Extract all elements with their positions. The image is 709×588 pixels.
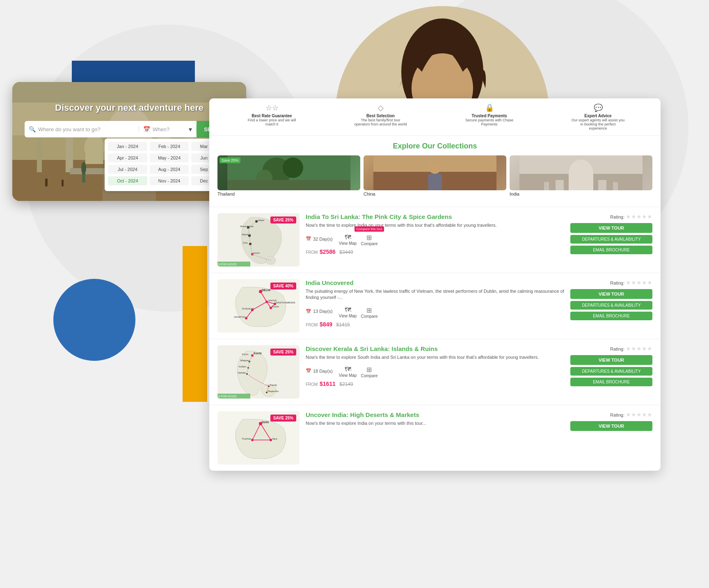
svg-text:Alleppey: Alleppey — [240, 359, 249, 362]
svg-text:Agra: Agra — [272, 438, 277, 440]
departures-btn-3[interactable]: DEPARTURES & AVAILABILITY — [570, 367, 652, 376]
email-btn-3[interactable]: EMAIL BROCHURE — [570, 378, 652, 386]
advice-icon: 💬 — [594, 103, 603, 112]
collections-title: Explore Our Collections — [217, 142, 652, 150]
stars-4: ★★★★★ — [626, 411, 652, 418]
compare-icon-2: ⊞ — [366, 306, 372, 314]
price-current-2: $849 — [320, 321, 332, 328]
search-when-placeholder: When? — [153, 126, 169, 132]
date-apr-2024[interactable]: Apr - 2024 — [108, 153, 147, 162]
svg-text:Kandy: Kandy — [270, 384, 277, 386]
svg-rect-42 — [227, 180, 350, 190]
tour-listing-4: SAVE 25% Delhi Pushkar Agra Uncover Indi… — [209, 405, 661, 471]
svg-text:RANTHAMBORE: RANTHAMBORE — [276, 301, 295, 304]
tour-price-1: FROM $2586 $3449 — [306, 248, 564, 255]
price-old-2: $1415 — [336, 322, 350, 328]
svg-text:DELHI: DELHI — [262, 289, 270, 292]
view-map-label-3: View Map — [339, 373, 357, 378]
view-map-compare-1: 🗺 View Map ⊞ Compare Compare this tour — [339, 234, 378, 246]
search-icon: 🔍 — [29, 126, 36, 132]
trust-rate-title: Best Rate Guarantee — [252, 114, 292, 118]
date-aug-2024[interactable]: Aug - 2024 — [150, 165, 189, 174]
view-tour-btn-2[interactable]: VIEW TOUR — [570, 289, 652, 299]
date-jul-2024[interactable]: Jul - 2024 — [108, 165, 147, 174]
date-may-2024[interactable]: May - 2024 — [150, 153, 189, 162]
compare-btn-2[interactable]: ⊞ Compare — [361, 306, 377, 319]
search-when-field[interactable]: 📅 When? ▾ — [139, 125, 197, 133]
svg-point-45 — [429, 162, 441, 174]
svg-rect-53 — [544, 182, 549, 190]
compare-icon-3: ⊞ — [366, 366, 372, 374]
tour-title-3: Discover Kerala & Sri Lanka: Islands & R… — [306, 345, 564, 352]
view-map-btn-3[interactable]: 🗺 View Map — [339, 366, 357, 378]
trust-bar: ☆☆ Best Rate Guarantee Find a lower pric… — [209, 98, 661, 136]
map-icon-3: 🗺 — [345, 366, 351, 373]
trust-payments-title: Trusted Payments — [471, 114, 507, 118]
tour-desc-4: Now's the time to explore India on your … — [306, 420, 564, 426]
tour-map-1: SAVE 25% Jaipur Ahmedabad Mumbai Goa Koc… — [217, 213, 300, 267]
view-map-compare-2: 🗺 View Map ⊞ Compare — [339, 306, 378, 319]
tour-info-2: India Uncovered The pulsating energy of … — [300, 279, 570, 328]
tour-map-3: SAVE 25% Kochi Alleppey Kollam Varkala K… — [217, 345, 300, 399]
price-old-3: $2149 — [339, 381, 353, 387]
lock-icon: 🔒 — [485, 103, 494, 112]
collection-china[interactable]: China — [364, 155, 506, 201]
tour-rating-4: Rating: ★★★★★ VIEW TOUR — [570, 411, 652, 431]
trust-selection-title: Best Selection — [366, 114, 395, 118]
map-icon-1: 🗺 — [345, 234, 351, 241]
from-label-2: FROM — [306, 323, 318, 327]
svg-text:Mumbai: Mumbai — [242, 233, 251, 236]
svg-text:Kochi: Kochi — [254, 352, 262, 355]
email-btn-1[interactable]: EMAIL BROCHURE — [570, 246, 652, 254]
tour-buttons-3: VIEW TOUR DEPARTURES & AVAILABILITY EMAI… — [570, 355, 652, 386]
view-map-label-2: View Map — [339, 314, 357, 318]
tour-meta-2: 📅 13 Day(s) 🗺 View Map ⊞ Compare — [306, 304, 564, 319]
tour-days-3: 📅 18 Day(s) — [306, 368, 333, 374]
svg-text:Negombo: Negombo — [268, 390, 279, 392]
departures-btn-2[interactable]: DEPARTURES & AVAILABILITY — [570, 301, 652, 310]
rating-label-4: Rating: ★★★★★ — [570, 411, 652, 418]
svg-text:Kollam: Kollam — [239, 365, 246, 368]
trust-selection-desc: The best family/first tour operators fro… — [354, 118, 407, 126]
travel-card: ☆☆ Best Rate Guarantee Find a lower pric… — [209, 98, 661, 471]
date-nov-2024[interactable]: Nov - 2024 — [150, 176, 189, 185]
search-where-field[interactable]: 🔍 Where do you want to go? — [25, 126, 139, 132]
price-current-1: $2586 — [320, 248, 336, 255]
tour-meta-1: 📅 32 Day(s) 🗺 View Map ⊞ Compare Compare… — [306, 232, 564, 246]
compare-label-3: Compare — [361, 374, 377, 378]
trust-rate-desc: Find a lower price and we will match it — [245, 118, 299, 126]
compare-btn-3[interactable]: ⊞ Compare — [361, 366, 377, 378]
email-btn-2[interactable]: EMAIL BROCHURE — [570, 312, 652, 320]
date-feb-2024[interactable]: Feb - 2024 — [150, 142, 189, 151]
tour-listing-3: SAVE 25% Kochi Alleppey Kollam Varkala K… — [209, 339, 661, 405]
view-map-btn-2[interactable]: 🗺 View Map — [339, 306, 357, 319]
save-badge-thailand: Save 25% — [220, 157, 240, 163]
departures-btn-1[interactable]: DEPARTURES & AVAILABILITY — [570, 235, 652, 244]
svg-text:5-FOR-GOOD: 5-FOR-GOOD — [218, 395, 237, 398]
compare-btn-1[interactable]: ⊞ Compare Compare this tour — [361, 234, 377, 246]
bg-rect-orange — [183, 246, 207, 402]
rating-label-2: Rating: ★★★★★ — [570, 279, 652, 286]
view-map-btn-1[interactable]: 🗺 View Map — [339, 234, 357, 246]
collection-india[interactable]: India — [510, 155, 652, 201]
tour-price-3: FROM $1611 $2149 — [306, 380, 564, 387]
rating-label-1: Rating: ★★★★★ — [570, 213, 652, 220]
collection-china-img — [364, 155, 506, 190]
date-jan-2024[interactable]: Jan - 2024 — [108, 142, 147, 151]
collection-thailand[interactable]: Save 25% Thailand — [217, 155, 360, 201]
view-tour-btn-3[interactable]: VIEW TOUR — [570, 355, 652, 365]
map-icon-2: 🗺 — [345, 306, 351, 314]
search-bar: 🔍 Where do you want to go? 📅 When? ▾ SEA… — [25, 121, 234, 137]
tour-days-2: 📅 13 Day(s) — [306, 309, 333, 314]
view-tour-btn-1[interactable]: VIEW TOUR — [570, 223, 652, 233]
view-tour-btn-4[interactable]: VIEW TOUR — [570, 421, 652, 431]
trust-item-selection: ◇ Best Selection The best family/first t… — [354, 103, 407, 130]
tour-title-4: Uncover India: High Deserts & Markets — [306, 411, 564, 418]
compare-tooltip-1: Compare this tour — [354, 226, 384, 232]
tour-rating-3: Rating: ★★★★★ VIEW TOUR DEPARTURES & AVA… — [570, 345, 652, 386]
collection-china-label: China — [364, 191, 506, 196]
svg-rect-54 — [613, 182, 618, 190]
date-oct-2024[interactable]: Oct - 2024 — [108, 176, 147, 185]
stars-2: ★★★★★ — [626, 279, 652, 286]
svg-rect-46 — [428, 174, 442, 190]
